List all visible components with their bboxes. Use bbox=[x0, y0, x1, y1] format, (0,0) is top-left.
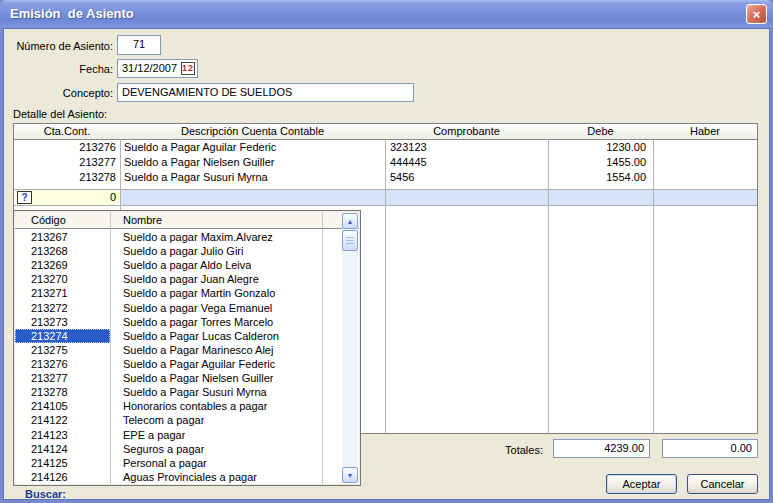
close-button[interactable]: × bbox=[746, 4, 767, 24]
lookup-item[interactable]: 214123EPE a pagar bbox=[15, 428, 359, 442]
lookup-list: 213267Sueldo a pagar Maxim.Alvarez213268… bbox=[15, 230, 359, 484]
table-row[interactable]: 213278Sueldo a Pagar Susuri Myrna5456155… bbox=[14, 170, 757, 185]
cell-cta: 213278 bbox=[14, 170, 120, 185]
lookup-item[interactable]: 213267Sueldo a pagar Maxim.Alvarez bbox=[15, 230, 359, 244]
lookup-item-nombre: EPE a pagar bbox=[110, 429, 185, 441]
scroll-down-button[interactable]: ▼ bbox=[342, 467, 358, 483]
cell-desc: Sueldo a Pagar Aguilar Federic bbox=[120, 140, 385, 155]
col-header-cta: Cta.Cont. bbox=[14, 124, 120, 139]
lookup-item-codigo: 213275 bbox=[15, 343, 110, 357]
fecha-input[interactable]: 31/12/2007 12 bbox=[117, 59, 198, 78]
concepto-value: DEVENGAMIENTO DE SUELDOS bbox=[122, 86, 292, 98]
lookup-item[interactable]: 214125Personal a pagar bbox=[15, 456, 359, 470]
lookup-item-nombre: Sueldo a Pagar Lucas Calderon bbox=[110, 330, 279, 342]
cell-haber bbox=[653, 170, 757, 185]
lookup-item-codigo: 213267 bbox=[15, 230, 110, 244]
lookup-item-nombre: Telecom a pagar bbox=[110, 414, 204, 426]
lookup-header: Código Nombre bbox=[15, 212, 359, 229]
scroll-up-icon: ▲ bbox=[347, 218, 354, 225]
cell-cta: 213277 bbox=[14, 155, 120, 170]
lookup-item-codigo: 213268 bbox=[15, 244, 110, 258]
concepto-input[interactable]: DEVENGAMIENTO DE SUELDOS bbox=[117, 83, 414, 102]
cell-comp: 444445 bbox=[385, 155, 548, 170]
lookup-button[interactable]: ? bbox=[17, 191, 32, 204]
window-title: Emisión de Asiento bbox=[10, 6, 134, 21]
lookup-item-nombre: Sueldo a Pagar Marinesco Alej bbox=[110, 344, 273, 356]
numero-asiento-input[interactable]: 71 bbox=[117, 35, 161, 55]
cell-haber bbox=[653, 140, 757, 155]
cell-comp: 5456 bbox=[385, 170, 548, 185]
lookup-item[interactable]: 213273Sueldo a pagar Torres Marcelo bbox=[15, 315, 359, 329]
lookup-item[interactable]: 214105Honorarios contables a pagar bbox=[15, 399, 359, 413]
lookup-scrollbar[interactable]: ▲ ▼ bbox=[342, 213, 358, 483]
cancelar-button[interactable]: Cancelar bbox=[687, 474, 758, 494]
lookup-item-codigo: 213272 bbox=[15, 301, 110, 315]
cell-desc: Sueldo a Pagar Susuri Myrna bbox=[120, 170, 385, 185]
lookup-item[interactable]: 213271Sueldo a pagar Martin Gonzalo bbox=[15, 286, 359, 300]
edit-cell-cta[interactable]: ? 0 bbox=[14, 190, 120, 205]
lookup-item[interactable]: 213272Sueldo a pagar Vega Emanuel bbox=[15, 301, 359, 315]
thumb-grip-icon bbox=[346, 237, 354, 244]
lookup-col-nombre: Nombre bbox=[110, 214, 162, 226]
lookup-item-codigo: 214124 bbox=[15, 442, 110, 456]
aceptar-button[interactable]: Aceptar bbox=[606, 474, 677, 494]
table-row[interactable]: 213276Sueldo a Pagar Aguilar Federic3231… bbox=[14, 140, 757, 155]
total-haber-box: 0.00 bbox=[662, 439, 758, 458]
scroll-up-button[interactable]: ▲ bbox=[342, 213, 358, 229]
fecha-value: 31/12/2007 bbox=[122, 62, 177, 74]
lookup-item[interactable]: 213269Sueldo a pagar Aldo Leiva bbox=[15, 258, 359, 272]
total-haber-value: 0.00 bbox=[731, 442, 752, 454]
total-debe-value: 4239.00 bbox=[604, 442, 644, 454]
lookup-item[interactable]: 213268Sueldo a pagar Julio Giri bbox=[15, 244, 359, 258]
col-header-haber: Haber bbox=[653, 124, 757, 139]
edit-cell-rest[interactable] bbox=[120, 190, 757, 205]
lookup-column-separator bbox=[322, 212, 323, 484]
lookup-item[interactable]: 213278Sueldo a Pagar Susuri Myrna bbox=[15, 385, 359, 399]
calendar-icon[interactable]: 12 bbox=[181, 62, 195, 75]
lookup-item-codigo: 213274 bbox=[15, 329, 110, 343]
lookup-item[interactable]: 214122Telecom a pagar bbox=[15, 413, 359, 427]
titlebar: Emisión de Asiento × bbox=[0, 0, 773, 28]
lookup-item-nombre: Sueldo a pagar Aldo Leiva bbox=[110, 259, 251, 271]
total-debe-box: 4239.00 bbox=[553, 439, 650, 458]
table-row[interactable]: 213277Sueldo a Pagar Nielsen Guiller4444… bbox=[14, 155, 757, 170]
lookup-col-codigo: Código bbox=[15, 214, 110, 226]
col-header-descripcion: Descripción Cuenta Contable bbox=[120, 124, 385, 139]
lookup-item[interactable]: 213277Sueldo a Pagar Nielsen Guiller bbox=[15, 371, 359, 385]
lookup-item-codigo: 213277 bbox=[15, 371, 110, 385]
cell-haber bbox=[653, 155, 757, 170]
lookup-item-codigo: 214125 bbox=[15, 456, 110, 470]
totales-label: Totales: bbox=[455, 444, 543, 456]
cell-desc: Sueldo a Pagar Nielsen Guiller bbox=[120, 155, 385, 170]
scrollbar-thumb[interactable] bbox=[342, 230, 358, 251]
lookup-item-codigo: 213269 bbox=[15, 258, 110, 272]
lookup-item[interactable]: 214126Aguas Provinciales a pagar bbox=[15, 470, 359, 484]
lookup-item-codigo: 214126 bbox=[15, 470, 110, 484]
lookup-item-nombre: Sueldo a pagar Vega Emanuel bbox=[110, 302, 272, 314]
lookup-item-selected[interactable]: 213274Sueldo a Pagar Lucas Calderon bbox=[15, 329, 359, 343]
cell-debe: 1554.00 bbox=[548, 170, 653, 185]
lookup-item-nombre: Sueldo a pagar Torres Marcelo bbox=[110, 316, 273, 328]
col-header-comprobante: Comprobante bbox=[385, 124, 548, 139]
cell-debe: 1455.00 bbox=[548, 155, 653, 170]
lookup-item-codigo: 214123 bbox=[15, 428, 110, 442]
concepto-label: Concepto: bbox=[5, 87, 113, 99]
lookup-item[interactable]: 213275Sueldo a Pagar Marinesco Alej bbox=[15, 343, 359, 357]
lookup-item-nombre: Honorarios contables a pagar bbox=[110, 400, 267, 412]
detail-table-header: Cta.Cont. Descripción Cuenta Contable Co… bbox=[14, 124, 757, 140]
close-icon: × bbox=[753, 8, 761, 21]
lookup-item-codigo: 213270 bbox=[15, 272, 110, 286]
lookup-item-nombre: Seguros a pagar bbox=[110, 443, 204, 455]
lookup-item-nombre: Sueldo a pagar Martin Gonzalo bbox=[110, 287, 275, 299]
lookup-item-codigo: 213276 bbox=[15, 357, 110, 371]
detalle-asiento-label: Detalle del Asiento: bbox=[13, 108, 107, 120]
lookup-item-codigo: 213271 bbox=[15, 286, 110, 300]
fecha-label: Fecha: bbox=[5, 63, 113, 75]
lookup-item[interactable]: 214124Seguros a pagar bbox=[15, 442, 359, 456]
lookup-item-codigo: 214105 bbox=[15, 399, 110, 413]
lookup-column-separator bbox=[110, 212, 111, 484]
cell-cta: 213276 bbox=[14, 140, 120, 155]
lookup-item[interactable]: 213270Sueldo a pagar Juan Alegre bbox=[15, 272, 359, 286]
lookup-item-nombre: Sueldo a pagar Julio Giri bbox=[110, 245, 243, 257]
lookup-item[interactable]: 213276Sueldo a Pagar Aguilar Federic bbox=[15, 357, 359, 371]
